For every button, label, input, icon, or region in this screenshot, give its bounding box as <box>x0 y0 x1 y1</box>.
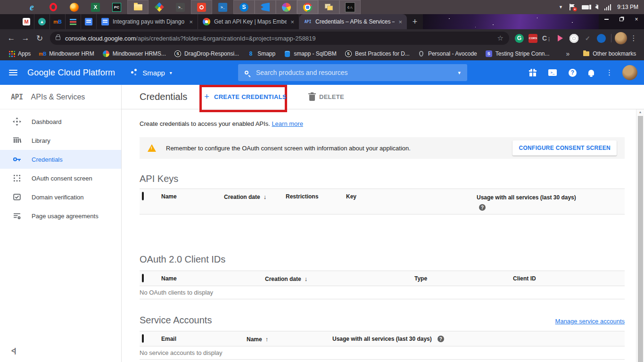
taskbar-diagram-app[interactable] <box>149 0 170 14</box>
tab-credentials-active[interactable]: API Credentials – APIs & Services – S × <box>299 14 407 29</box>
pinned-tab-tasks[interactable] <box>66 14 81 29</box>
column-creation-date[interactable]: Creation date↓ <box>224 192 286 200</box>
taskbar-powershell-blue[interactable]: >_ <box>212 0 233 14</box>
cloud-shell-icon[interactable]: >_ <box>548 69 557 76</box>
taskbar-cmd[interactable]: C:\ <box>339 0 361 14</box>
gift-icon[interactable] <box>529 69 537 76</box>
content-scrollbar[interactable]: ▲ <box>636 109 644 362</box>
bookmark-dragdrop[interactable]: SDragDrop-Responsi... <box>170 47 243 60</box>
manage-service-accounts-link[interactable]: Manage service accounts <box>555 318 625 325</box>
more-options-icon[interactable]: ⋮ <box>606 68 611 77</box>
select-all-checkbox[interactable] <box>142 334 144 343</box>
pinned-tab-basecamp[interactable]: ▲ <box>34 14 50 29</box>
learn-more-link[interactable]: Learn more <box>272 120 303 127</box>
lock-icon[interactable] <box>56 36 60 40</box>
column-usage[interactable]: Usage with all services (last 30 days)? <box>332 335 625 342</box>
tray-chevron-icon[interactable]: ▼ <box>559 5 563 9</box>
bookmark-sqldbm[interactable]: smapp - SqlDBM <box>280 47 341 60</box>
taskbar-powershell-dark[interactable]: >_ <box>170 0 191 14</box>
pinned-tab-docs[interactable] <box>81 14 97 29</box>
project-selector[interactable]: Smapp ▾ <box>131 69 172 77</box>
delete-button[interactable]: DELETE <box>309 93 344 101</box>
taskbar-screen-recorder[interactable] <box>191 0 212 14</box>
taskbar-file-explorer[interactable] <box>127 0 149 14</box>
restore-button[interactable] <box>614 14 629 25</box>
taskbar-pycharm[interactable]: PC <box>106 0 127 14</box>
sidebar-item-credentials[interactable]: Credentials <box>0 150 121 169</box>
sidebar-item-library[interactable]: Library <box>0 131 121 150</box>
taskbar-opera[interactable] <box>42 0 64 14</box>
column-type[interactable]: Type <box>414 274 513 282</box>
battery-icon[interactable] <box>582 5 589 9</box>
bookmark-avocode[interactable]: Personal - Avocode <box>414 47 481 60</box>
notifications-bell-icon[interactable] <box>588 70 594 75</box>
bookmark-stripe[interactable]: STesting Stripe Conn... <box>481 47 554 60</box>
other-bookmarks[interactable]: Other bookmarks <box>579 47 640 60</box>
help-icon[interactable]: ? <box>438 336 444 342</box>
bookmark-best-practices[interactable]: SBest Practices for D... <box>341 47 414 60</box>
taskbar-chrome[interactable] <box>297 0 318 14</box>
column-restrictions[interactable]: Restrictions <box>286 192 346 200</box>
close-icon[interactable]: × <box>189 18 193 25</box>
gcp-brand[interactable]: Google Cloud Platform <box>27 68 115 78</box>
extension-white-circle[interactable] <box>568 32 580 45</box>
help-icon[interactable]: ? <box>569 69 577 77</box>
taskbar-excel[interactable]: X <box>85 0 106 14</box>
address-bar[interactable]: console.cloud.google.com /apis/credentia… <box>50 32 509 45</box>
forward-button[interactable]: → <box>19 32 32 45</box>
account-avatar[interactable] <box>622 65 637 80</box>
tab-maps-embed[interactable]: Get an API Key | Maps Embed A × <box>198 14 299 29</box>
bookmark-mindbowser-hrms[interactable]: Mindbowser HRMS... <box>99 47 170 60</box>
column-creation-date[interactable]: Creation date↓ <box>265 274 414 282</box>
sidebar-item-page-usage[interactable]: Page usage agreements <box>0 206 121 225</box>
taskbar-vscode[interactable] <box>255 0 276 14</box>
column-email[interactable]: Email <box>161 335 247 342</box>
extension-pink-arrow[interactable] <box>554 32 567 45</box>
taskbar-skype[interactable]: S <box>233 0 255 14</box>
bookmarks-overflow-icon[interactable]: » <box>562 50 574 58</box>
window-close-button[interactable]: × <box>629 14 644 25</box>
tab-payu-django[interactable]: Integrating payu with Django res × <box>97 14 198 29</box>
extension-grammarly[interactable]: G <box>513 32 526 45</box>
close-icon[interactable]: × <box>398 18 402 25</box>
taskbar-documents-app[interactable] <box>318 0 339 14</box>
close-icon[interactable]: × <box>290 18 294 25</box>
scroll-up-arrow[interactable]: ▲ <box>636 110 644 114</box>
column-name[interactable]: Name <box>161 192 224 200</box>
taskbar-firefox[interactable] <box>64 0 85 14</box>
new-tab-button[interactable]: + <box>407 14 423 29</box>
column-name[interactable]: Name <box>161 274 265 282</box>
extension-clockify[interactable]: C <box>540 32 553 45</box>
bookmark-apps[interactable]: Apps <box>5 47 35 60</box>
action-center-flag-icon[interactable]: × <box>569 4 576 10</box>
network-signal-icon[interactable] <box>604 4 611 10</box>
speaker-icon[interactable] <box>595 5 598 9</box>
start-button[interactable] <box>0 0 21 14</box>
taskbar-color-wheel-app[interactable] <box>276 0 297 14</box>
help-icon[interactable]: ? <box>479 204 486 211</box>
reload-button[interactable]: ↻ <box>33 32 46 45</box>
column-name[interactable]: Name↑ <box>247 335 332 343</box>
sidebar-item-dashboard[interactable]: Dashboard <box>0 112 121 131</box>
select-all-checkbox[interactable] <box>142 274 144 282</box>
browser-profile-avatar[interactable] <box>615 32 627 44</box>
column-key[interactable]: Key <box>346 192 477 200</box>
scrollbar-thumb[interactable] <box>638 116 643 362</box>
minimize-button[interactable] <box>599 14 614 25</box>
pinned-tab-mindbowser[interactable]: mB <box>50 14 66 29</box>
bookmark-smapp[interactable]: 8Smapp <box>243 47 280 60</box>
hamburger-menu-icon[interactable] <box>9 70 17 75</box>
sidebar-item-oauth-consent[interactable]: OAuth consent screen <box>0 169 121 188</box>
pinned-tab-gmail[interactable]: M <box>19 14 34 29</box>
sidebar-collapse-button[interactable]: <| <box>11 347 15 354</box>
column-usage[interactable]: Usage with all services (last 30 days)? <box>477 192 577 211</box>
back-button[interactable]: ← <box>5 32 18 45</box>
bookmark-star-icon[interactable]: ☆ <box>497 34 504 42</box>
clock[interactable]: 9:13 PM <box>617 4 638 10</box>
select-all-checkbox[interactable] <box>142 192 144 200</box>
extension-dim-check[interactable]: ✓ <box>581 32 594 45</box>
search-input[interactable]: Search products and resources ▾ <box>238 64 467 81</box>
bookmark-mindbowser-hrm[interactable]: mBMindbowser HRM <box>35 47 98 60</box>
create-credentials-button[interactable]: + CREATE CREDENTIALS <box>204 92 287 102</box>
taskbar-internet-explorer[interactable]: e <box>21 0 42 14</box>
